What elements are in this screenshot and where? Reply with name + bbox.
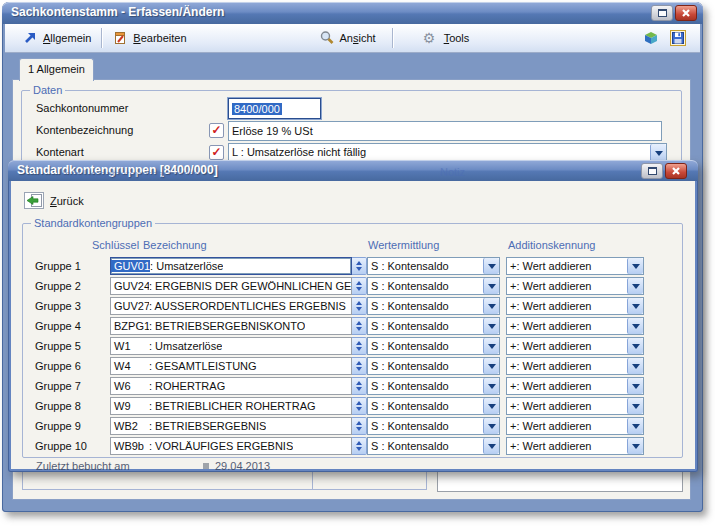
spinner-up-icon[interactable] [356, 301, 362, 305]
additionskennung-select[interactable]: +: Wert addieren [506, 437, 644, 455]
additionskennung-select[interactable]: +: Wert addieren [506, 257, 644, 275]
wertermittlung-select[interactable]: S : Kontensaldo [367, 317, 500, 335]
spinner-down-icon[interactable] [356, 387, 362, 391]
dropdown-arrow-icon[interactable] [627, 258, 643, 274]
schluessel-spinner[interactable] [352, 277, 367, 295]
schluessel-spinner[interactable] [352, 437, 367, 455]
sachkontonummer-input[interactable]: 8400/000 [228, 98, 321, 119]
spinner-down-icon[interactable] [356, 307, 362, 311]
dropdown-arrow-icon[interactable] [627, 438, 643, 454]
schluessel-input[interactable]: WB2 : BETRIEBSERGEBNIS [110, 417, 352, 435]
dropdown-arrow-icon[interactable] [627, 318, 643, 334]
spinner-down-icon[interactable] [356, 267, 362, 271]
spinner-down-icon[interactable] [356, 427, 362, 431]
schluessel-input[interactable]: W9 : BETRIEBLICHER ROHERTRAG [110, 397, 352, 415]
dialog-close-button[interactable] [665, 163, 687, 179]
menu-label-allgemein: Allgemein [43, 32, 91, 44]
spinner-down-icon[interactable] [356, 367, 362, 371]
save-icon[interactable] [670, 30, 686, 46]
menu-item-tools[interactable]: ⚙ Tools [417, 27, 476, 49]
dropdown-arrow-icon[interactable] [627, 418, 643, 434]
schluessel-spinner[interactable] [352, 317, 367, 335]
additionskennung-select[interactable]: +: Wert addieren [506, 337, 644, 355]
schluessel-input[interactable]: W4 : GESAMTLEISTUNG [110, 357, 352, 375]
kontengruppen-row: Gruppe 6 W4 : GESAMTLEISTUNG S : Kontens… [35, 357, 651, 375]
menu-item-allgemein[interactable]: Allgemein [16, 27, 97, 49]
schluessel-input[interactable]: BZPG1.00 : BETRIEBSERGEBNISKONTO [110, 317, 352, 335]
spinner-down-icon[interactable] [356, 287, 362, 291]
wertermittlung-select[interactable]: S : Kontensaldo [367, 437, 500, 455]
wertermittlung-select[interactable]: S : Kontensaldo [367, 277, 500, 295]
additionskennung-select[interactable]: +: Wert addieren [506, 397, 644, 415]
dropdown-arrow-icon[interactable] [627, 358, 643, 374]
schluessel-spinner[interactable] [352, 297, 367, 315]
cube-icon[interactable] [643, 30, 659, 46]
dropdown-arrow-icon[interactable] [483, 378, 499, 394]
spinner-up-icon[interactable] [356, 441, 362, 445]
schluessel-value: W6 [111, 380, 149, 392]
schluessel-spinner[interactable] [352, 397, 367, 415]
schluessel-input[interactable]: W1 : Umsatzerlöse [110, 337, 352, 355]
schluessel-input[interactable]: WB9b : VORLÄUFIGES ERGEBNIS [110, 437, 352, 455]
schluessel-input[interactable]: W6 : ROHERTRAG [110, 377, 352, 395]
spinner-down-icon[interactable] [356, 407, 362, 411]
additionskennung-select[interactable]: +: Wert addieren [506, 377, 644, 395]
kontenart-check-icon[interactable]: ✓ [209, 145, 224, 160]
dropdown-arrow-icon[interactable] [483, 338, 499, 354]
restore-button[interactable] [651, 5, 673, 21]
wertermittlung-select[interactable]: S : Kontensaldo [367, 257, 500, 275]
dropdown-arrow-icon[interactable] [483, 298, 499, 314]
close-button[interactable] [675, 5, 697, 21]
zurueck-button[interactable]: Zurück [20, 190, 88, 211]
spinner-up-icon[interactable] [356, 381, 362, 385]
schluessel-spinner[interactable] [352, 417, 367, 435]
schluessel-input[interactable]: GUV24.S3 : ERGEBNIS DER GEWÖHNLICHEN GES [110, 277, 352, 295]
spinner-up-icon[interactable] [356, 281, 362, 285]
schluessel-spinner[interactable] [352, 357, 367, 375]
dropdown-arrow-icon[interactable] [483, 278, 499, 294]
additionskennung-select[interactable]: +: Wert addieren [506, 317, 644, 335]
dropdown-arrow-icon[interactable] [627, 278, 643, 294]
spinner-up-icon[interactable] [356, 321, 362, 325]
wertermittlung-select[interactable]: S : Kontensaldo [367, 337, 500, 355]
spinner-up-icon[interactable] [356, 341, 362, 345]
schluessel-spinner[interactable] [352, 377, 367, 395]
tab-allgemein[interactable]: 1 Allgemein [19, 58, 94, 81]
dropdown-arrow-icon[interactable] [483, 398, 499, 414]
dropdown-arrow-icon[interactable] [627, 398, 643, 414]
dropdown-arrow-icon[interactable] [483, 318, 499, 334]
dropdown-arrow-icon[interactable] [627, 338, 643, 354]
wertermittlung-select[interactable]: S : Kontensaldo [367, 297, 500, 315]
spinner-down-icon[interactable] [356, 447, 362, 451]
main-titlebar[interactable]: Sachkontenstamm - Erfassen/Ändern [2, 2, 703, 24]
wertermittlung-select[interactable]: S : Kontensaldo [367, 357, 500, 375]
additionskennung-select[interactable]: +: Wert addieren [506, 357, 644, 375]
dropdown-arrow-icon[interactable] [483, 418, 499, 434]
spinner-up-icon[interactable] [356, 361, 362, 365]
wertermittlung-select[interactable]: S : Kontensaldo [367, 397, 500, 415]
spinner-up-icon[interactable] [356, 421, 362, 425]
dropdown-arrow-icon[interactable] [483, 438, 499, 454]
dropdown-arrow-icon[interactable] [627, 378, 643, 394]
dropdown-arrow-icon[interactable] [483, 258, 499, 274]
wertermittlung-select[interactable]: S : Kontensaldo [367, 417, 500, 435]
spinner-up-icon[interactable] [356, 401, 362, 405]
spinner-down-icon[interactable] [356, 347, 362, 351]
dropdown-arrow-icon[interactable] [627, 298, 643, 314]
dialog-restore-button[interactable] [641, 163, 663, 179]
schluessel-spinner[interactable] [352, 337, 367, 355]
wertermittlung-select[interactable]: S : Kontensaldo [367, 377, 500, 395]
schluessel-spinner[interactable] [352, 257, 367, 275]
schluessel-input[interactable]: GUV01 : Umsatzerlöse [110, 257, 352, 275]
kontenbezeichnung-input[interactable]: Erlöse 19 % USt [228, 121, 662, 141]
additionskennung-select[interactable]: +: Wert addieren [506, 277, 644, 295]
spinner-up-icon[interactable] [356, 261, 362, 265]
dropdown-arrow-icon[interactable] [483, 358, 499, 374]
additionskennung-select[interactable]: +: Wert addieren [506, 297, 644, 315]
kontenbezeichnung-check-icon[interactable]: ✓ [209, 123, 224, 138]
spinner-down-icon[interactable] [356, 327, 362, 331]
menu-item-bearbeiten[interactable]: Bearbeiten [106, 27, 192, 49]
schluessel-input[interactable]: GUV27 : AUSSERORDENTLICHES ERGEBNIS [110, 297, 352, 315]
additionskennung-select[interactable]: +: Wert addieren [506, 417, 644, 435]
menu-item-ansicht[interactable]: Ansicht [313, 27, 382, 49]
